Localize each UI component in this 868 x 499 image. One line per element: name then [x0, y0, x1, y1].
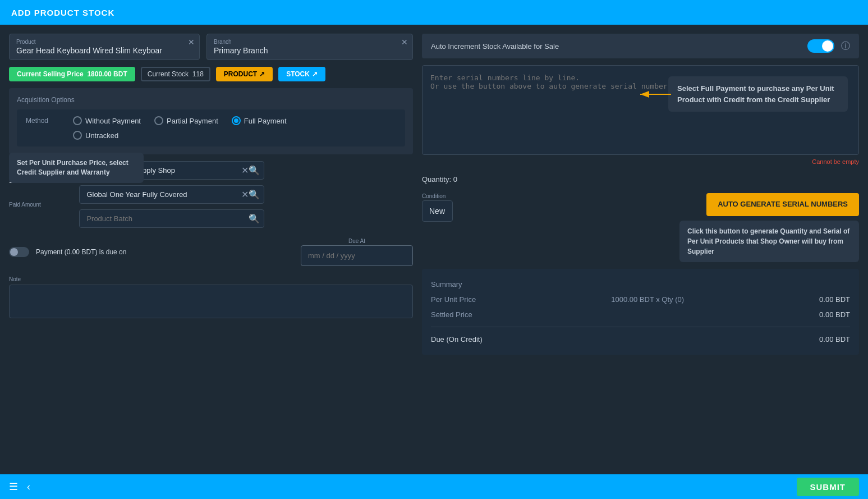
untracked-label: Untracked	[85, 131, 118, 140]
full-payment-callout-text: Select Full Payment to purchase any Per …	[677, 84, 834, 104]
info-icon[interactable]: ⓘ	[841, 40, 850, 52]
partial-payment-radio[interactable]	[154, 116, 163, 125]
method-label: Method	[26, 117, 59, 125]
serial-area: Select Full Payment to purchase any Per …	[422, 65, 859, 165]
price-supplier-callout: Set Per Unit Purchase Price, select Cred…	[9, 153, 144, 183]
supplier-search-icon[interactable]: 🔍	[249, 165, 260, 176]
stock-value: 118	[192, 70, 204, 78]
auto-generate-label: AUTO GENERATE SERIAL NUMBERS	[718, 200, 848, 208]
stats-bar: Current Selling Price 1800.00 BDT Curren…	[9, 67, 413, 81]
payment-row: Payment (0.00 BDT) is due on Due At	[9, 235, 413, 269]
full-payment-label: Full Payment	[244, 117, 287, 125]
branch-close-icon[interactable]: ✕	[401, 38, 408, 47]
batch-search-icon[interactable]: 🔍	[249, 213, 260, 224]
callout-arrow-1	[635, 83, 674, 106]
page-title: ADD PRODUCT STOCK	[11, 8, 114, 17]
cannot-be-empty-text: Cannot be empty	[422, 158, 859, 165]
back-icon[interactable]: ‹	[27, 481, 30, 493]
product-close-icon[interactable]: ✕	[188, 38, 195, 47]
due-date-input[interactable]	[301, 245, 413, 266]
summary-section: Summary Per Unit Price 1000.00 BDT x Qty…	[422, 269, 859, 355]
without-payment-radio[interactable]	[73, 116, 82, 125]
paid-amount-label: Paid Amount	[9, 202, 72, 208]
condition-select[interactable]: New	[422, 200, 453, 222]
per-unit-row: Per Unit Price 1000.00 BDT x Qty (0) 0.0…	[431, 292, 850, 307]
branch-value: Primary Branch	[214, 46, 406, 55]
auto-increment-row: Auto Increment Stock Available for Sale …	[422, 34, 859, 58]
stock-button[interactable]: STOCK ↗	[278, 67, 325, 81]
external-link-icon-2: ↗	[312, 70, 318, 78]
auto-generate-col: AUTO GENERATE SERIAL NUMBERS Click this …	[462, 193, 859, 262]
warranty-input[interactable]	[79, 185, 264, 204]
due-at-label: Due At	[348, 238, 365, 244]
warranty-clear-icon[interactable]: ✕	[241, 189, 249, 200]
batch-input[interactable]	[79, 209, 264, 228]
supplier-clear-icon[interactable]: ✕	[241, 165, 249, 176]
due-credit-value: 0.00 BDT	[819, 335, 850, 344]
condition-label: Condition	[422, 193, 453, 199]
selling-price-value: 1800.00 BDT	[87, 70, 127, 78]
selling-price-chip: Current Selling Price 1800.00 BDT	[9, 67, 135, 81]
due-date-wrapper: Due At	[301, 238, 413, 266]
batch-input-wrapper: 🔍	[79, 209, 264, 228]
untracked-radio[interactable]	[73, 131, 82, 140]
per-unit-total: 0.00 BDT	[819, 295, 850, 304]
method-row-2: Untracked	[26, 131, 396, 140]
full-payment-radio[interactable]	[232, 116, 241, 125]
note-textarea[interactable]	[9, 285, 413, 318]
without-payment-label: Without Payment	[85, 117, 141, 125]
settled-label: Settled Price	[431, 310, 472, 319]
payment-due-label: Payment (0.00 BDT) is due on	[36, 248, 126, 256]
branch-field: Branch Primary Branch ✕	[206, 34, 413, 60]
callout-text-1: Set Per Unit Purchase Price, select Cred…	[17, 159, 128, 176]
auto-generate-callout: Click this button to generate Quantity a…	[679, 221, 859, 262]
warranty-input-wrapper: ✕ 🔍	[79, 185, 264, 204]
branch-label: Branch	[214, 39, 406, 45]
auto-generate-button[interactable]: AUTO GENERATE SERIAL NUMBERS	[706, 193, 859, 216]
summary-divider	[431, 327, 850, 327]
hamburger-icon[interactable]: ☰	[9, 480, 18, 493]
product-label: Product	[16, 39, 192, 45]
bottom-left: ☰ ‹	[9, 480, 30, 493]
auto-generate-callout-text: Click this button to generate Quantity a…	[687, 227, 849, 255]
left-panel: Product Gear Head Keyboard Wired Slim Ke…	[9, 34, 413, 465]
bottom-bar: ☰ ‹ SUBMIT	[0, 474, 868, 499]
partial-payment-option[interactable]: Partial Payment	[154, 116, 218, 125]
partial-payment-label: Partial Payment	[167, 117, 218, 125]
submit-label: SUBMIT	[810, 482, 846, 492]
condition-autogenerate-row: Condition New AUTO GENERATE SERIAL NUMBE…	[422, 193, 859, 262]
product-button[interactable]: PRODUCT ↗	[216, 67, 273, 81]
main-content: Product Gear Head Keyboard Wired Slim Ke…	[0, 25, 868, 474]
method-box: Method Without Payment Partial Payment F…	[17, 109, 405, 147]
acquisition-title: Acquisition Options	[17, 96, 405, 104]
condition-select-wrapper: New	[422, 200, 453, 222]
payment-toggle[interactable]	[9, 247, 29, 257]
stock-label: Current Stock	[148, 70, 189, 78]
right-panel: Auto Increment Stock Available for Sale …	[422, 34, 859, 465]
condition-col: Condition New	[422, 193, 453, 222]
product-branch-row: Product Gear Head Keyboard Wired Slim Ke…	[9, 34, 413, 60]
settled-row: Settled Price 0.00 BDT	[431, 307, 850, 322]
warranty-search-icon[interactable]: 🔍	[249, 189, 260, 200]
auto-increment-label: Auto Increment Stock Available for Sale	[431, 42, 559, 51]
untracked-option[interactable]: Untracked	[73, 131, 118, 140]
submit-button[interactable]: SUBMIT	[797, 478, 860, 496]
settled-value: 0.00 BDT	[819, 310, 850, 319]
per-unit-label: Per Unit Price	[431, 295, 476, 304]
summary-title: Summary	[431, 280, 462, 289]
auto-increment-toggle[interactable]	[807, 39, 834, 53]
selling-price-label: Current Selling Price	[17, 70, 84, 78]
current-stock-chip: Current Stock 118	[141, 67, 210, 81]
top-bar: ADD PRODUCT STOCK	[0, 0, 868, 25]
product-field: Product Gear Head Keyboard Wired Slim Ke…	[9, 34, 200, 60]
method-row-1: Method Without Payment Partial Payment F…	[26, 116, 396, 125]
quantity-label: Quantity: 0	[422, 175, 457, 184]
acquisition-section: Acquisition Options Method Without Payme…	[9, 88, 413, 154]
due-credit-row: Due (On Credit) 0.00 BDT	[431, 332, 850, 347]
stock-btn-label: STOCK	[286, 70, 310, 78]
without-payment-option[interactable]: Without Payment	[73, 116, 141, 125]
per-unit-qty: 1000.00 BDT x Qty (0)	[611, 295, 684, 304]
purchase-area: Purchase Price (Per Unit) 1000 Paid Amou…	[9, 161, 413, 228]
summary-header-row: Summary	[431, 277, 850, 292]
full-payment-option[interactable]: Full Payment	[232, 116, 287, 125]
